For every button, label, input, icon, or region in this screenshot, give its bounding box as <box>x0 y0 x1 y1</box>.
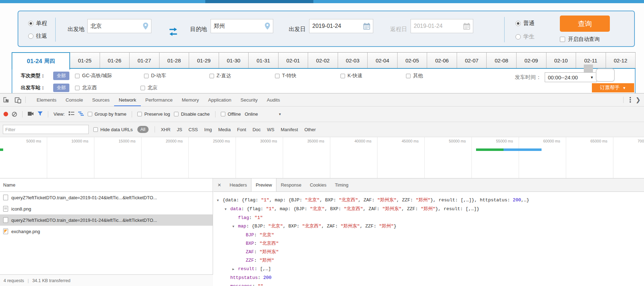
json-line[interactable]: ▼data: {flag: "1", map: {BJP: "北京", BXP:… <box>217 205 644 214</box>
screenshot-camera-icon[interactable] <box>28 111 34 117</box>
from-field[interactable] <box>87 19 151 33</box>
passenger-type-radio-1[interactable]: 学生 <box>515 33 534 41</box>
date-tab[interactable]: 02-06 <box>427 52 457 68</box>
inspect-element-icon[interactable] <box>0 93 12 106</box>
train-type-option-checkbox[interactable] <box>75 74 80 78</box>
throttling-dropdown[interactable]: Online ▼ <box>245 111 282 117</box>
filter-funnel-icon[interactable] <box>38 111 43 117</box>
chevron-right-icon[interactable]: ❯ <box>636 93 643 106</box>
date-tab[interactable]: 02-02 <box>308 52 338 68</box>
resource-type-xhr[interactable]: XHR <box>161 127 170 132</box>
devtools-tab-memory[interactable]: Memory <box>177 93 204 106</box>
waterfall-view-icon[interactable] <box>78 111 84 117</box>
station-option[interactable]: 北京西 <box>75 85 140 91</box>
json-line[interactable]: flag: "1" <box>217 214 644 222</box>
auto-query-option[interactable]: 开启自动查询 <box>560 36 600 43</box>
detail-tab-headers[interactable]: Headers <box>225 178 251 191</box>
station-option-checkbox[interactable] <box>75 86 80 90</box>
json-line[interactable]: ▼{data: {flag: "1", map: {BJP: "北京", BXP… <box>217 196 644 205</box>
name-column-header[interactable]: Name <box>0 178 213 192</box>
resource-type-media[interactable]: Media <box>218 127 231 132</box>
request-row[interactable]: queryZ?leftTicketDTO.train_date=2019-01-… <box>0 214 213 226</box>
disable-cache-checkbox[interactable] <box>174 112 179 116</box>
triangle-expanded-icon[interactable]: ▼ <box>232 223 238 231</box>
train-type-all-badge[interactable]: 全部 <box>53 72 69 80</box>
date-tab[interactable]: 01-27 <box>130 52 160 68</box>
train-type-option[interactable]: Z-直达 <box>210 73 275 79</box>
trip-type-radio-0[interactable]: 单程 <box>28 20 47 27</box>
date-tab[interactable]: 01-29 <box>189 52 219 68</box>
triangle-expanded-icon[interactable]: ▼ <box>217 196 223 205</box>
json-line[interactable]: messages: "" <box>217 282 644 286</box>
json-line[interactable]: ▼map: {BJP: "北京", BXP: "北京西", ZAF: "郑州东"… <box>217 222 644 231</box>
devtools-tab-security[interactable]: Security <box>236 93 262 106</box>
to-input[interactable] <box>214 23 265 29</box>
filter-input[interactable] <box>3 125 89 134</box>
devtools-tab-network[interactable]: Network <box>114 93 141 106</box>
depart-time-select[interactable]: 00:00--24:00 ▼ <box>545 72 597 82</box>
group-by-frame-checkbox[interactable] <box>88 112 92 116</box>
resource-type-doc[interactable]: Doc <box>252 127 261 132</box>
booking-helper-button[interactable]: 订票帮手 ▼ <box>592 83 634 92</box>
date-tab[interactable]: 02-09 <box>517 52 546 68</box>
device-toolbar-icon[interactable] <box>12 93 24 106</box>
train-type-option[interactable]: D-动车 <box>144 73 210 79</box>
preserve-log-checkbox[interactable] <box>137 112 142 116</box>
resource-type-js[interactable]: JS <box>177 127 182 132</box>
json-line[interactable]: BXP: "北京西" <box>217 239 644 248</box>
json-line[interactable]: httpstatus: 200 <box>217 274 644 282</box>
detail-tab-response[interactable]: Response <box>276 178 306 191</box>
trip-type-radio-1[interactable]: 往返 <box>28 32 47 40</box>
train-type-option[interactable]: 其他 <box>406 73 445 79</box>
disable-cache-option[interactable]: Disable cache <box>174 111 210 117</box>
detail-tab-preview[interactable]: Preview <box>251 178 276 191</box>
date-tab[interactable]: 02-04 <box>368 52 398 68</box>
to-field[interactable] <box>211 19 273 33</box>
train-type-option[interactable]: T-特快 <box>275 73 340 79</box>
auto-query-checkbox[interactable] <box>560 37 565 42</box>
triangle-expanded-icon[interactable]: ▼ <box>225 205 230 214</box>
station-option[interactable]: 北京 <box>140 85 206 91</box>
date-tab[interactable]: 02-08 <box>487 52 517 68</box>
resource-type-img[interactable]: Img <box>204 127 212 132</box>
resource-type-all[interactable]: All <box>137 126 149 133</box>
depart-date-input[interactable] <box>312 23 363 29</box>
train-type-option-checkbox[interactable] <box>144 74 149 78</box>
network-overview-timeline[interactable]: 5000 ms10000 ms15000 ms20000 ms25000 ms3… <box>0 137 644 178</box>
train-type-option-checkbox[interactable] <box>210 74 214 78</box>
date-tab[interactable]: 01-30 <box>219 52 249 68</box>
close-icon[interactable]: × <box>213 178 225 191</box>
train-type-option[interactable]: K-快速 <box>340 73 406 79</box>
train-type-option-checkbox[interactable] <box>340 74 345 78</box>
date-tab[interactable]: 01-31 <box>249 52 279 68</box>
large-rows-view-icon[interactable] <box>69 111 74 117</box>
offline-option[interactable]: Offline <box>221 111 241 117</box>
swap-stations-icon[interactable] <box>168 27 179 38</box>
triangle-collapsed-icon[interactable]: ▶ <box>232 265 238 274</box>
offline-checkbox[interactable] <box>221 112 225 116</box>
clear-icon[interactable] <box>12 112 17 117</box>
date-tab[interactable]: 02-05 <box>398 52 427 68</box>
depart-date-field[interactable] <box>309 19 373 33</box>
hide-data-urls-checkbox[interactable] <box>93 127 98 132</box>
from-input[interactable] <box>90 23 143 29</box>
depart-station-all-badge[interactable]: 全部 <box>53 84 69 92</box>
train-type-option[interactable]: GC-高铁/城际 <box>75 73 144 79</box>
detail-tab-cookies[interactable]: Cookies <box>306 178 331 191</box>
hide-data-urls-option[interactable]: Hide data URLs <box>93 127 133 132</box>
resource-type-css[interactable]: CSS <box>188 127 198 132</box>
record-button[interactable] <box>4 112 8 116</box>
date-tab-selected[interactable]: 01-24 周四 <box>12 52 70 69</box>
date-tab[interactable]: 02-07 <box>457 52 487 68</box>
resource-type-other[interactable]: Other <box>304 127 316 132</box>
station-option-checkbox[interactable] <box>140 86 145 90</box>
devtools-tab-audits[interactable]: Audits <box>262 93 285 106</box>
date-tab[interactable]: 02-01 <box>279 52 308 68</box>
devtools-tab-sources[interactable]: Sources <box>88 93 114 106</box>
preserve-log-option[interactable]: Preserve log <box>137 111 170 117</box>
resource-type-font[interactable]: Font <box>237 127 246 132</box>
passenger-type-radio-0[interactable]: 普通 <box>515 20 534 27</box>
resource-type-ws[interactable]: WS <box>267 127 274 132</box>
tab-scrollbar-thumb[interactable] <box>584 65 593 72</box>
date-tab[interactable]: 01-28 <box>160 52 189 68</box>
